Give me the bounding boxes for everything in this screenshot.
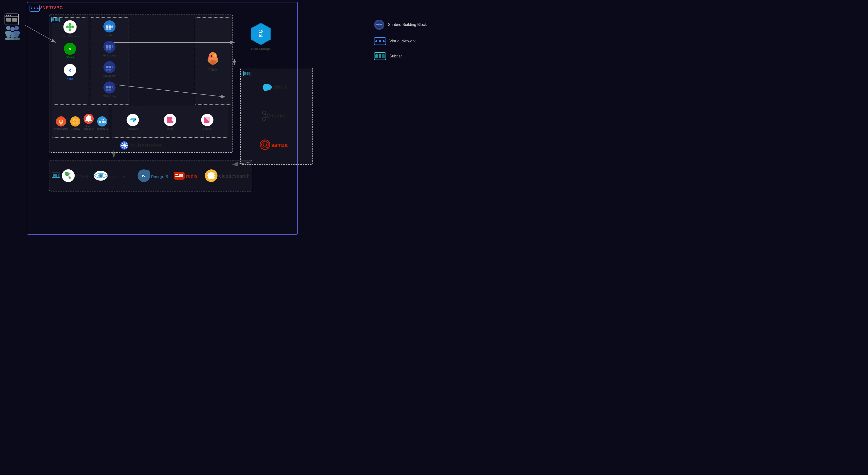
svg-rect-15 — [12, 20, 17, 22]
legend-vnet: Virtual Network — [374, 37, 427, 45]
svg-text:PostgreSQL: PostgreSQL — [151, 175, 168, 179]
monitoring-left-panel: Prometheus Grafana — [52, 106, 110, 138]
middle-services-panel: pod Portal — [90, 18, 129, 105]
svg-point-41 — [68, 25, 72, 29]
prometheus-label: Prometheus — [54, 128, 68, 130]
svg-rect-115 — [244, 72, 246, 75]
svg-rect-55 — [109, 45, 112, 48]
svg-rect-155 — [179, 174, 183, 177]
legend-vnet-label: Virtual Network — [390, 39, 415, 43]
users-icon — [3, 24, 22, 41]
legend-area: Sunbird Building Block Virtual Network S… — [374, 20, 427, 60]
fluentbit-label: fluentbit — [127, 127, 138, 130]
svg-rect-64 — [109, 68, 112, 70]
svg-point-121 — [267, 114, 270, 117]
sb-inquiry-item: SB-InQuiry — [102, 81, 116, 98]
druid-item: druid — [262, 82, 291, 93]
databases-subnet: neo4j cassandra PG Postgre — [49, 160, 252, 191]
svg-text:10: 10 — [259, 30, 263, 33]
blob-storage-label: Blob Storage — [251, 47, 271, 51]
postgresql-item: PG PostgreSQL — [136, 168, 168, 184]
svg-rect-57 — [106, 48, 108, 50]
svg-text:K: K — [68, 68, 72, 73]
legend-sunbird-label: Sunbird Building Block — [388, 23, 427, 27]
svg-point-126 — [261, 141, 268, 148]
vnet-label: VNET/VPC — [39, 5, 63, 10]
nginx-label: NGINX — [66, 56, 74, 59]
k8s-container: Load Balancer N NGINX K — [49, 14, 233, 153]
svg-point-84 — [74, 120, 77, 123]
cassandra-item: cassandra — [93, 168, 132, 184]
alert-manager-item: Alert Manager — [83, 113, 95, 130]
svg-point-76 — [211, 55, 212, 57]
svg-point-81 — [60, 119, 62, 122]
svg-point-127 — [263, 143, 267, 146]
svg-rect-51 — [105, 28, 108, 30]
sb-obsrv-item: SB-Obsrv — [103, 61, 116, 77]
flink-panel: Flink — [195, 18, 231, 105]
nginx-item: N NGINX — [64, 42, 76, 59]
exporters-label: exporters — [97, 128, 108, 130]
svg-point-90 — [88, 121, 89, 122]
svg-point-150 — [147, 170, 150, 175]
svg-point-98 — [164, 114, 176, 126]
svg-point-18 — [10, 27, 15, 31]
svg-text:pod: pod — [101, 119, 104, 121]
sb-knowlg-label: SB-Knowlg — [102, 54, 117, 57]
svg-rect-66 — [106, 86, 108, 88]
svg-point-75 — [210, 60, 216, 65]
svg-rect-153 — [175, 174, 178, 175]
svg-rect-134 — [55, 174, 57, 177]
svg-point-30 — [34, 7, 35, 9]
svg-rect-49 — [108, 25, 111, 28]
elasticsearch-item: elasticsearch — [205, 169, 253, 183]
svg-point-11 — [8, 15, 9, 16]
svg-text:pod: pod — [108, 24, 111, 25]
redis-item: redis — [173, 169, 199, 183]
sb-inquiry-label: SB-InQuiry — [102, 95, 116, 98]
left-services-panel: Load Balancer N NGINX K — [52, 18, 88, 105]
svg-text:N: N — [69, 47, 71, 51]
svg-rect-58 — [109, 48, 112, 50]
svg-point-97 — [135, 119, 136, 120]
svg-rect-135 — [58, 174, 59, 177]
svg-rect-54 — [106, 45, 108, 48]
svg-rect-67 — [109, 86, 112, 88]
svg-rect-95 — [104, 121, 105, 123]
svg-point-29 — [31, 7, 32, 9]
svg-rect-61 — [109, 66, 112, 68]
svg-text:PG: PG — [142, 175, 146, 177]
kibana-label: kibana — [203, 127, 212, 130]
svg-rect-99 — [167, 117, 168, 123]
kong-label: Kong — [67, 77, 73, 80]
svg-point-160 — [208, 176, 215, 179]
svg-rect-56 — [112, 45, 113, 48]
svg-rect-170 — [375, 54, 378, 58]
kong-item: K Kong — [64, 64, 76, 80]
svg-point-167 — [379, 40, 381, 42]
data-subnet-icon — [243, 71, 251, 77]
svg-text:druid: druid — [274, 84, 287, 90]
sb-obsrv-label: SB-Obsrv — [103, 75, 116, 77]
svg-text:kafka: kafka — [272, 113, 286, 119]
svg-rect-133 — [53, 174, 55, 177]
svg-rect-117 — [249, 72, 250, 75]
vnet-border-icon — [30, 5, 40, 12]
svg-rect-13 — [6, 18, 11, 22]
portal-item: pod Portal — [103, 20, 116, 37]
flink-item: Flink — [204, 50, 222, 72]
svg-point-166 — [375, 40, 377, 42]
flink-label: Flink — [208, 68, 217, 72]
legend-subnet: Subnet — [374, 52, 427, 60]
svg-text:neo4j: neo4j — [75, 173, 88, 179]
svg-text:elasticsearch: elasticsearch — [219, 173, 250, 179]
kafka-item: kafka — [261, 110, 292, 121]
legend-subnet-label: Subnet — [390, 54, 402, 58]
svg-text:01: 01 — [259, 34, 263, 37]
svg-point-10 — [6, 15, 7, 16]
data-services-container: druid kafka — [240, 68, 313, 165]
prometheus-item: Prometheus — [54, 116, 68, 130]
svg-rect-48 — [105, 25, 108, 28]
monitoring-row: Prometheus Grafana — [52, 106, 231, 138]
svg-point-129 — [268, 143, 270, 144]
